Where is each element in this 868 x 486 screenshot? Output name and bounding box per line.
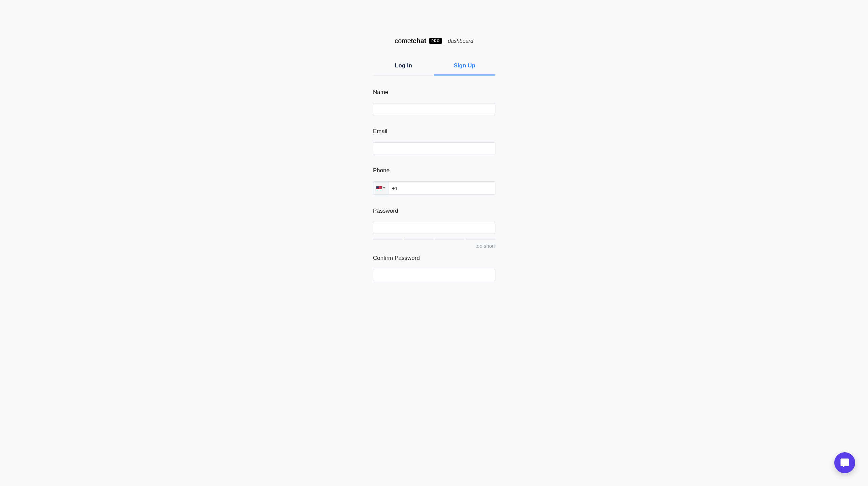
field-phone: Phone [373,167,495,195]
country-selector[interactable] [373,182,388,194]
chat-icon [840,458,850,468]
field-email: Email [373,128,495,154]
tab-login[interactable]: Log In [373,62,434,75]
label-confirm-password: Confirm Password [373,255,495,262]
caret-down-icon [383,187,385,189]
brand-name-light: comet [395,37,412,44]
us-flag-icon [376,186,382,190]
chat-widget-button[interactable] [834,452,855,473]
tab-signup[interactable]: Sign Up [434,62,495,75]
phone-input-wrap [373,181,495,195]
password-strength-label: too short [373,243,495,249]
brand-divider [445,38,445,44]
confirm-password-input[interactable] [373,269,495,281]
field-confirm-password: Confirm Password [373,255,495,281]
password-input[interactable] [373,222,495,234]
brand-name: cometchat [395,37,426,45]
field-name: Name [373,89,495,115]
name-input[interactable] [373,103,495,115]
brand-sub: dashboard [448,38,473,44]
phone-input[interactable] [388,182,495,194]
brand-name-bold: chat [413,37,426,44]
label-email: Email [373,128,495,135]
label-password: Password [373,208,495,214]
label-phone: Phone [373,167,495,174]
email-input[interactable] [373,142,495,154]
password-strength-meter [373,239,495,240]
label-name: Name [373,89,495,96]
brand-logo: cometchat PRO dashboard [373,37,495,45]
auth-tabs: Log In Sign Up [373,62,495,75]
pro-badge: PRO [429,38,442,44]
field-password: Password too short [373,208,495,249]
